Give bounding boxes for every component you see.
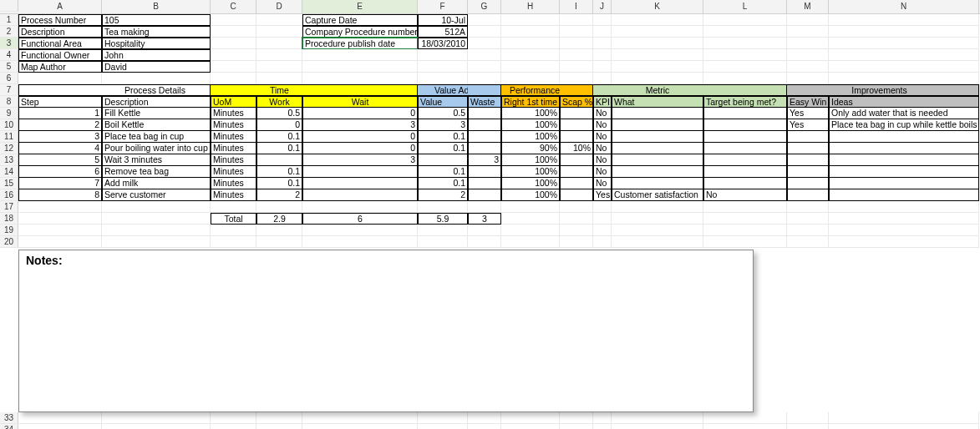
- cell-G16[interactable]: [468, 189, 501, 201]
- cell-C14[interactable]: Minutes: [211, 166, 256, 178]
- cell-C18[interactable]: Total: [211, 213, 256, 225]
- cell-G4[interactable]: [468, 49, 501, 61]
- cell-I14[interactable]: [560, 166, 593, 178]
- cell-G14[interactable]: [468, 166, 501, 178]
- cell-D10[interactable]: 0: [256, 119, 302, 131]
- cell-L20[interactable]: [703, 236, 787, 248]
- cell-L5[interactable]: [703, 61, 787, 73]
- cell-C1[interactable]: [211, 14, 256, 26]
- grid-body[interactable]: 1Process Number105Capture Date10-Jul2Des…: [0, 14, 980, 248]
- cell-K2[interactable]: [612, 26, 703, 38]
- cell-I13[interactable]: [560, 154, 593, 166]
- cell-E33[interactable]: [302, 412, 418, 424]
- cell-F5[interactable]: [418, 61, 468, 73]
- cell-K18[interactable]: [612, 213, 703, 225]
- cell-D12[interactable]: 0.1: [256, 143, 302, 154]
- cell-N18[interactable]: [829, 213, 979, 225]
- cell-M1[interactable]: [787, 14, 829, 26]
- cell-F15[interactable]: 0.1: [418, 178, 468, 189]
- cell-A15[interactable]: 7: [18, 178, 102, 189]
- cell-D34[interactable]: [256, 424, 302, 429]
- cell-I16[interactable]: [560, 189, 593, 201]
- row-header-33[interactable]: 33: [0, 412, 18, 424]
- cell-M8[interactable]: Easy Win: [787, 96, 829, 108]
- cell-M15[interactable]: [787, 178, 829, 189]
- cell-D1[interactable]: [256, 14, 302, 26]
- cell-F16[interactable]: 2: [418, 189, 468, 201]
- cell-B3[interactable]: Hospitality: [102, 38, 211, 49]
- cell-A18[interactable]: [18, 213, 102, 225]
- cell-N15[interactable]: [829, 178, 979, 189]
- cell-L17[interactable]: [703, 201, 787, 213]
- cell-M18[interactable]: [787, 213, 829, 225]
- cell-E11[interactable]: 0: [302, 131, 418, 143]
- cell-A12[interactable]: 4: [18, 143, 102, 154]
- cell-D2[interactable]: [256, 26, 302, 38]
- cell-D15[interactable]: 0.1: [256, 178, 302, 189]
- cell-N5[interactable]: [829, 61, 979, 73]
- cell-K13[interactable]: [612, 154, 703, 166]
- cell-B4[interactable]: John: [102, 49, 211, 61]
- cell-G19[interactable]: [468, 225, 501, 236]
- cell-N33[interactable]: [829, 412, 979, 424]
- cell-D7[interactable]: Time: [256, 84, 302, 96]
- cell-H17[interactable]: [501, 201, 560, 213]
- cell-E14[interactable]: [302, 166, 418, 178]
- cell-K20[interactable]: [612, 236, 703, 248]
- cell-M6[interactable]: [787, 73, 829, 84]
- cell-D16[interactable]: 2: [256, 189, 302, 201]
- cell-E2[interactable]: Company Procedure number: [302, 26, 418, 38]
- cell-L12[interactable]: [703, 143, 787, 154]
- cell-B15[interactable]: Add milk: [102, 178, 211, 189]
- cell-E17[interactable]: [302, 201, 418, 213]
- cell-C33[interactable]: [211, 412, 256, 424]
- cell-J3[interactable]: [593, 38, 612, 49]
- cell-D9[interactable]: 0.5: [256, 108, 302, 119]
- cell-A1[interactable]: Process Number: [18, 14, 102, 26]
- cell-K17[interactable]: [612, 201, 703, 213]
- cell-B9[interactable]: Fill Kettle: [102, 108, 211, 119]
- cell-J18[interactable]: [593, 213, 612, 225]
- cell-N7[interactable]: Improvements: [829, 84, 979, 96]
- cell-J8[interactable]: KPI: [593, 96, 612, 108]
- cell-F34[interactable]: [418, 424, 468, 429]
- cell-C15[interactable]: Minutes: [211, 178, 256, 189]
- cell-B5[interactable]: David: [102, 61, 211, 73]
- row-header-5[interactable]: 5: [0, 61, 18, 73]
- cell-G1[interactable]: [468, 14, 501, 26]
- cell-K34[interactable]: [612, 424, 703, 429]
- cell-E9[interactable]: 0: [302, 108, 418, 119]
- cell-F18[interactable]: 5.9: [418, 213, 468, 225]
- cell-M19[interactable]: [787, 225, 829, 236]
- cell-H7[interactable]: Performance: [501, 84, 560, 96]
- cell-L10[interactable]: [703, 119, 787, 131]
- cell-D3[interactable]: [256, 38, 302, 49]
- cell-B8[interactable]: Description: [102, 96, 211, 108]
- cell-G2[interactable]: [468, 26, 501, 38]
- cell-M11[interactable]: [787, 131, 829, 143]
- cell-E34[interactable]: [302, 424, 418, 429]
- cell-L19[interactable]: [703, 225, 787, 236]
- cell-C16[interactable]: Minutes: [211, 189, 256, 201]
- cell-N8[interactable]: Ideas: [829, 96, 979, 108]
- cell-H3[interactable]: [501, 38, 560, 49]
- cell-H19[interactable]: [501, 225, 560, 236]
- cell-M12[interactable]: [787, 143, 829, 154]
- cell-M3[interactable]: [787, 38, 829, 49]
- cell-G17[interactable]: [468, 201, 501, 213]
- cell-N20[interactable]: [829, 236, 979, 248]
- row-header-15[interactable]: 15: [0, 178, 18, 189]
- cell-I9[interactable]: [560, 108, 593, 119]
- cell-C19[interactable]: [211, 225, 256, 236]
- cell-D13[interactable]: [256, 154, 302, 166]
- cell-H2[interactable]: [501, 26, 560, 38]
- cell-E12[interactable]: 0: [302, 143, 418, 154]
- cell-C3[interactable]: [211, 38, 256, 49]
- cell-L16[interactable]: No: [703, 189, 787, 201]
- cell-L18[interactable]: [703, 213, 787, 225]
- cell-K14[interactable]: [612, 166, 703, 178]
- cell-I17[interactable]: [560, 201, 593, 213]
- cell-E1[interactable]: Capture Date: [302, 14, 418, 26]
- cell-J4[interactable]: [593, 49, 612, 61]
- cell-K7[interactable]: Metric: [612, 84, 703, 96]
